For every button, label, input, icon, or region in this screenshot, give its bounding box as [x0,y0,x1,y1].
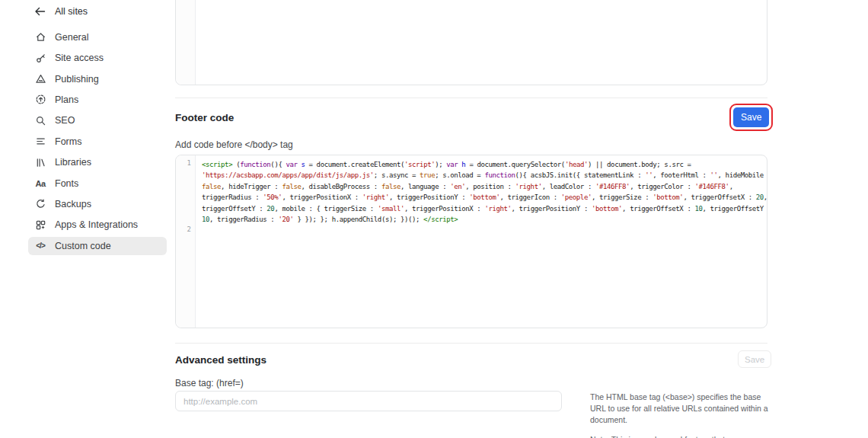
sidebar-item-seo[interactable]: SEO [28,111,167,129]
code-line: triggerOffsetY : 20, mobile : { triggerS… [202,203,761,214]
sidebar-item-backups[interactable]: Backups [28,195,167,213]
sidebar-item-label: Plans [55,94,78,105]
home-icon [34,31,46,43]
sidebar-item-label: Site access [55,53,104,63]
base-tag-input[interactable] [175,391,562,411]
sidebar-item-fonts[interactable]: AaFonts [28,174,167,193]
sidebar-item-label: Apps & Integrations [55,219,138,230]
forms-icon [34,136,46,148]
sidebar-item-forms[interactable]: Forms [28,133,167,151]
header-code-editor[interactable] [175,0,767,85]
sidebar-item-label: Custom code [55,241,111,251]
sidebar-item-custom-code[interactable]: </>Custom code [28,237,167,255]
section-divider [175,98,767,98]
code-line: false, hideTrigger : false, disableBgPro… [202,181,761,192]
base-tag-label: Base tag: (href=) [175,378,244,388]
advanced-settings-save-button[interactable]: Save [738,350,771,368]
base-tag-help: The HTML base tag (<base>) specifies the… [590,392,768,438]
base-tag-help-primary: The HTML base tag (<base>) specifies the… [590,392,768,426]
sidebar-item-libraries[interactable]: Libraries [28,153,167,171]
code-line: triggerRadius : '50%', triggerPositionX … [202,192,761,203]
apps-icon [34,219,46,231]
code-line: <script> (function(){ var s = document.c… [202,159,761,170]
sidebar-item-label: Libraries [55,157,91,168]
line-number: 1 [187,159,191,167]
footer-code-hint: Add code before </body> tag [175,139,293,150]
footer-code-save-button[interactable]: Save [733,107,769,127]
line-number: 2 [187,225,191,233]
footer-code-editor[interactable]: 1 2 <script> (function(){ var s = docume… [175,155,767,328]
arrow-left-icon [34,5,46,18]
section-divider [175,343,767,344]
backups-icon [34,198,46,210]
sidebar-item-publishing[interactable]: Publishing [28,70,167,88]
settings-sidebar: All sites GeneralSite accessPublishingPl… [0,0,174,438]
header-code-gutter [176,0,196,85]
key-icon [34,52,46,64]
sidebar-item-apps-integrations[interactable]: Apps & Integrations [28,216,167,234]
sidebar-item-site-access[interactable]: Site access [28,49,167,67]
fonts-icon: Aa [34,177,46,190]
sidebar-item-general[interactable]: General [28,28,167,46]
libraries-icon [34,156,46,168]
save-button-annotation: Save [729,104,773,131]
sidebar-item-label: General [55,32,88,43]
sidebar-item-label: SEO [55,115,75,126]
footer-code-content[interactable]: <script> (function(){ var s = document.c… [196,155,767,328]
footer-code-gutter: 1 2 [176,155,196,328]
sidebar-item-label: Forms [55,136,81,147]
sidebar-item-label: Fonts [55,178,78,189]
search-icon [34,114,46,126]
sidebar-back-all-sites[interactable]: All sites [28,2,167,21]
sidebar-back-label: All sites [55,6,88,17]
base-tag-help-note: Note: This is an advanced feature that c… [590,434,768,438]
sidebar-item-plans[interactable]: Plans [28,91,167,109]
code-line: 'https://acsbapp.com/apps/app/dist/js/ap… [202,170,761,181]
publish-icon [34,73,46,85]
advanced-settings-title: Advanced settings [175,354,266,366]
code-icon: </> [34,240,46,252]
footer-code-title: Footer code [175,112,234,123]
code-line: 10, triggerRadius : '20' } }); }; h.appe… [202,214,761,225]
sidebar-item-label: Backups [55,199,91,209]
plans-icon [34,94,46,106]
sidebar-item-label: Publishing [55,74,99,85]
